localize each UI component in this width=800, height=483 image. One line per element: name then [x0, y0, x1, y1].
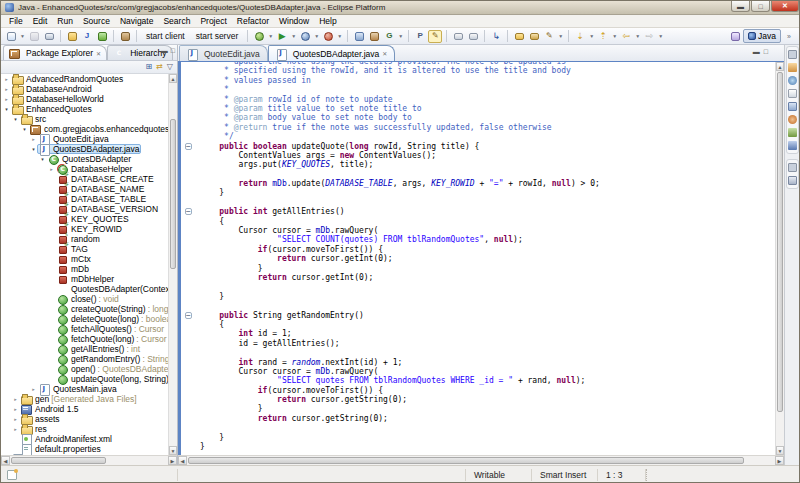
restore-views-icon[interactable]: [788, 50, 797, 59]
code-line[interactable]: }: [181, 292, 774, 301]
fold-collapse-icon[interactable]: −: [185, 143, 192, 150]
menu-source[interactable]: Source: [78, 15, 115, 27]
tree-expander-icon[interactable]: ▸: [12, 406, 19, 412]
tree-item-fetchallquotes[interactable]: fetchAllQuotes() : Cursor: [1, 324, 177, 334]
code-line[interactable]: int id = 1;: [181, 329, 774, 338]
next-nav-button[interactable]: ⇣: [573, 30, 587, 43]
annotate-button[interactable]: ✎: [542, 30, 556, 43]
code-line[interactable]: − public String getRandomEntry(): [181, 311, 774, 320]
new-android-project-button[interactable]: [95, 30, 109, 43]
code-line[interactable]: }: [181, 188, 774, 197]
tree-expander-icon[interactable]: ▾: [21, 126, 28, 132]
tree-item-quotesmain-java[interactable]: ▸QuotesMain.java: [1, 384, 177, 394]
collapse-all-icon[interactable]: ⊞: [145, 63, 152, 71]
tree-scroll-left-icon[interactable]: ◀: [1, 456, 10, 465]
tree-item-database-name[interactable]: DATABASE_NAME: [1, 184, 177, 194]
code-line[interactable]: Cursor cursor = mDb.rawQuery(: [181, 367, 774, 376]
tree-item-database-create[interactable]: DATABASE_CREATE: [1, 174, 177, 184]
tree-item-mctx[interactable]: mCtx: [1, 254, 177, 264]
tree-expander-icon[interactable]: ▾: [3, 106, 10, 112]
code-line[interactable]: {: [181, 320, 774, 329]
tree-item-android-1-5[interactable]: ▸Android 1.5: [1, 404, 177, 414]
code-line[interactable]: * @param body value to set note body to: [181, 113, 774, 122]
tree-expander-icon[interactable]: ▾: [30, 146, 37, 152]
code-line[interactable]: return cursor.getString(0);: [181, 395, 774, 404]
code-line[interactable]: [181, 170, 774, 179]
new-wizard-button[interactable]: [4, 30, 18, 43]
tree-item-assets[interactable]: ▸assets: [1, 414, 177, 424]
tree-item-database-table[interactable]: DATABASE_TABLE: [1, 194, 177, 204]
profile-dropdown-icon[interactable]: ▼: [313, 30, 320, 43]
code-line[interactable]: if(cursor.moveToFirst()) {: [181, 386, 774, 395]
forward-dropdown-icon[interactable]: ▼: [657, 30, 664, 43]
menu-help[interactable]: Help: [314, 15, 341, 27]
tree-expander-icon[interactable]: ▾: [12, 116, 19, 122]
menu-run[interactable]: Run: [52, 15, 78, 27]
next-annotation-button[interactable]: [451, 30, 465, 43]
external-tools-dropdown-icon[interactable]: ▼: [336, 30, 343, 43]
restore-views-icon-2[interactable]: [788, 163, 797, 172]
editor-tab-quotesdbadapter-java[interactable]: QuotesDBAdapter.java✕: [268, 45, 396, 61]
new-wizard-dropdown-icon[interactable]: ▼: [19, 30, 26, 43]
prev-nav-button[interactable]: ⇡: [596, 30, 610, 43]
tree-item-res[interactable]: ▸res: [1, 424, 177, 434]
tree-item-quotesdbadapter-java[interactable]: ▾QuotesDBAdapter.java: [1, 144, 177, 154]
code-line[interactable]: * @param rowId id of note to update: [181, 95, 774, 104]
close-view-icon[interactable]: ✕: [96, 50, 101, 57]
debug-button[interactable]: [252, 30, 266, 43]
new-package-button[interactable]: [367, 30, 381, 43]
prev-nav-dropdown-icon[interactable]: ▼: [611, 30, 618, 43]
open-resource-button[interactable]: [527, 30, 541, 43]
start-client-button[interactable]: start client: [141, 31, 190, 41]
last-edit-location-button[interactable]: ↳: [489, 30, 503, 43]
link-with-editor-icon[interactable]: ⇄: [156, 63, 163, 71]
code-editor[interactable]: * update the note using the details prov…: [178, 62, 784, 455]
external-tools-button[interactable]: [321, 30, 335, 43]
open-perspective-button[interactable]: [728, 30, 742, 43]
tree-item-com-gregjacobs-enhancedquotes[interactable]: ▾com.gregjacobs.enhancedquotes: [1, 124, 177, 134]
code-line[interactable]: * specified using the rowId, and it is a…: [181, 66, 774, 75]
code-line[interactable]: if(cursor.moveToFirst()) {: [181, 245, 774, 254]
code-line[interactable]: return cursor.getInt(0);: [181, 254, 774, 263]
code-line[interactable]: Cursor cursor = mDb.rawQuery(: [181, 226, 774, 235]
tree-item-mdb[interactable]: mDb: [1, 264, 177, 274]
tree-item-androidmanifest-xml[interactable]: AndroidManifest.xml: [1, 434, 177, 444]
tree-item-databaseandroid[interactable]: ▸DatabaseAndroid: [1, 84, 177, 94]
menu-refactor[interactable]: Refactor: [232, 15, 274, 27]
tree-item-database-version[interactable]: DATABASE_VERSION: [1, 204, 177, 214]
editor-scroll-down-icon[interactable]: ▼: [776, 446, 784, 455]
next-nav-dropdown-icon[interactable]: ▼: [588, 30, 595, 43]
tree-item-gen[interactable]: ▸gen [Generated Java Files]: [1, 394, 177, 404]
tree-item-quotesdbadapter[interactable]: ▾QuotesDBAdapter: [1, 154, 177, 164]
minimize-button[interactable]: ▬: [731, 1, 750, 12]
menu-navigate[interactable]: Navigate: [115, 15, 159, 27]
previous-annotation-button[interactable]: [466, 30, 480, 43]
open-type-button[interactable]: [512, 30, 526, 43]
junit-button[interactable]: [352, 30, 366, 43]
print-button[interactable]: [42, 30, 56, 43]
tree-item-key-quotes[interactable]: KEY_QUOTES: [1, 214, 177, 224]
code-line[interactable]: int rand = random.nextInt(id) + 1;: [181, 358, 774, 367]
code-line[interactable]: }: [181, 442, 774, 451]
code-line[interactable]: [181, 301, 774, 310]
tree-expander-icon[interactable]: ▸: [12, 426, 19, 432]
tree-item-enhancedquotes[interactable]: ▾EnhancedQuotes: [1, 104, 177, 114]
search-button[interactable]: P: [413, 30, 427, 43]
code-line[interactable]: id = getAllEntries();: [181, 339, 774, 348]
tree-item-fetchquote-long[interactable]: fetchQuote(long) : Cursor: [1, 334, 177, 344]
tree-item-random[interactable]: random: [1, 234, 177, 244]
code-line[interactable]: return mDb.update(DATABASE_TABLE, args, …: [181, 179, 774, 188]
close-tab-icon[interactable]: ✕: [382, 50, 387, 57]
view-menu-icon[interactable]: ▽: [167, 63, 173, 71]
minimized-view-icon-1[interactable]: [788, 63, 797, 72]
tree-expander-icon[interactable]: ▸: [3, 76, 10, 82]
tree-scroll-up-icon[interactable]: ▲: [169, 74, 177, 83]
tree-item-src[interactable]: ▾src: [1, 114, 177, 124]
tree-expander-icon[interactable]: ▸: [30, 386, 37, 392]
code-line[interactable]: [181, 348, 774, 357]
tree-expander-icon[interactable]: ▸: [3, 96, 10, 102]
minimized-view-icon-7[interactable]: [788, 141, 797, 150]
maximize-button[interactable]: □: [751, 1, 770, 12]
tree-item-open[interactable]: open() : QuotesDBAdapter: [1, 364, 177, 374]
editor-scroll-right-icon[interactable]: ▶: [775, 456, 784, 465]
